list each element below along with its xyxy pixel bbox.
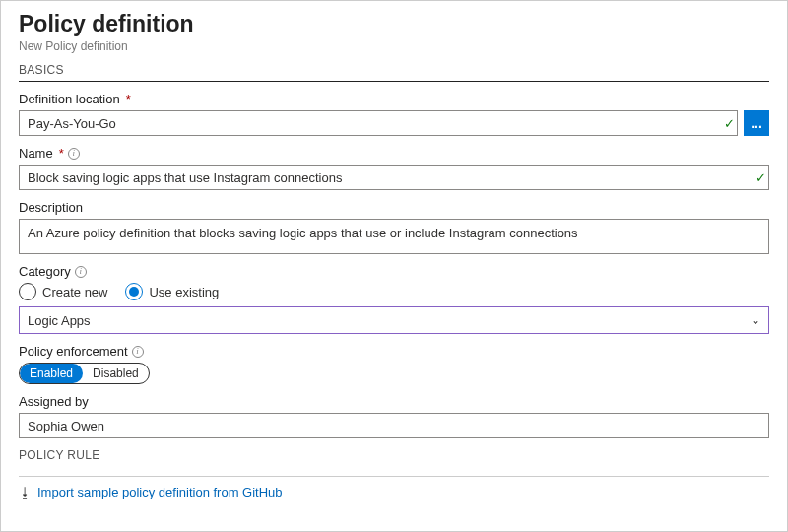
field-definition-location: Definition location * Pay-As-You-Go ✓ ..… <box>19 92 769 136</box>
required-asterisk: * <box>59 146 64 161</box>
check-icon: ✓ <box>724 116 735 131</box>
label-text: Description <box>19 200 83 215</box>
required-asterisk: * <box>126 92 131 106</box>
divider <box>19 476 769 477</box>
import-sample-row: ⭳ Import sample policy definition from G… <box>19 485 769 499</box>
section-policy-rule: POLICY RULE <box>19 448 769 466</box>
description-input[interactable]: An Azure policy definition that blocks s… <box>19 219 769 254</box>
field-category: Category i Create new Use existing Logic… <box>19 264 769 334</box>
toggle-enabled[interactable]: Enabled <box>20 364 83 383</box>
category-value: Logic Apps <box>28 313 91 328</box>
label-text: Category <box>19 264 71 279</box>
radio-use-existing[interactable]: Use existing <box>125 283 219 300</box>
info-icon[interactable]: i <box>68 148 80 160</box>
check-icon: ✓ <box>755 170 766 185</box>
import-sample-link[interactable]: Import sample policy definition from Git… <box>37 485 283 499</box>
info-icon[interactable]: i <box>75 266 87 278</box>
radio-create-new[interactable]: Create new <box>19 283 107 300</box>
policy-definition-panel: Policy definition New Policy definition … <box>0 0 788 532</box>
radio-label: Create new <box>42 285 107 299</box>
page-title: Policy definition <box>19 11 769 37</box>
label-category: Category i <box>19 264 769 279</box>
description-value: An Azure policy definition that blocks s… <box>28 226 578 240</box>
field-name: Name * i Block saving logic apps that us… <box>19 146 769 190</box>
radio-label: Use existing <box>149 285 219 299</box>
name-value: Block saving logic apps that use Instagr… <box>28 170 342 185</box>
field-description: Description An Azure policy definition t… <box>19 200 769 254</box>
definition-location-input[interactable]: Pay-As-You-Go ✓ <box>19 110 738 136</box>
field-policy-enforcement: Policy enforcement i Enabled Disabled <box>19 344 769 384</box>
name-input[interactable]: Block saving logic apps that use Instagr… <box>19 165 769 190</box>
label-text: Assigned by <box>19 394 89 409</box>
download-icon: ⭳ <box>19 485 32 499</box>
label-text: Name <box>19 146 53 161</box>
policy-enforcement-toggle[interactable]: Enabled Disabled <box>19 363 150 384</box>
info-icon[interactable]: i <box>132 346 144 358</box>
assigned-by-value: Sophia Owen <box>28 419 104 433</box>
label-policy-enforcement: Policy enforcement i <box>19 344 769 359</box>
radio-icon <box>19 283 36 300</box>
assigned-by-input[interactable]: Sophia Owen <box>19 413 769 438</box>
section-basics: BASICS <box>19 63 769 82</box>
label-name: Name * i <box>19 146 769 161</box>
definition-location-value: Pay-As-You-Go <box>28 116 116 131</box>
label-definition-location: Definition location * <box>19 92 769 106</box>
field-assigned-by: Assigned by Sophia Owen <box>19 394 769 438</box>
label-assigned-by: Assigned by <box>19 394 769 409</box>
category-select[interactable]: Logic Apps ⌄ <box>19 306 769 334</box>
label-description: Description <box>19 200 769 215</box>
toggle-disabled[interactable]: Disabled <box>83 364 149 383</box>
page-subtitle: New Policy definition <box>19 39 769 53</box>
label-text: Policy enforcement <box>19 344 128 359</box>
radio-icon <box>125 283 143 300</box>
label-text: Definition location <box>19 92 120 106</box>
chevron-down-icon: ⌄ <box>751 313 760 327</box>
definition-location-browse-button[interactable]: ... <box>744 110 769 136</box>
